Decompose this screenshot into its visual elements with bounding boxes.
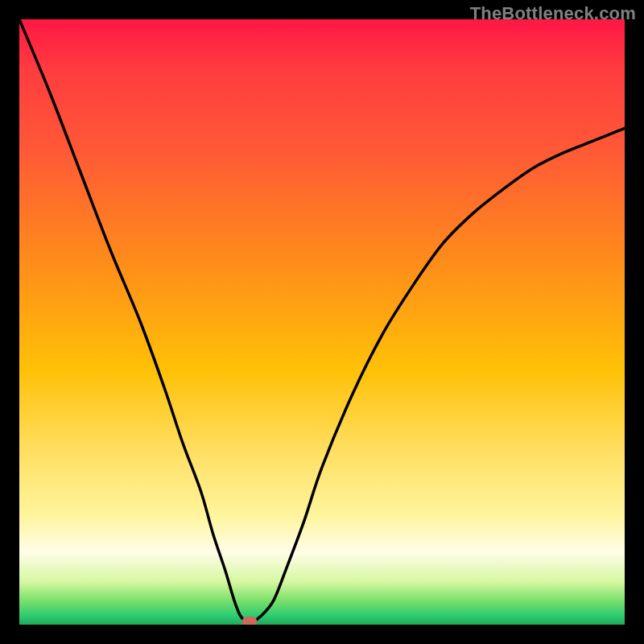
watermark-text: TheBottleneck.com [470, 3, 636, 24]
current-point-marker [242, 617, 257, 625]
plot-area [19, 19, 625, 625]
bottleneck-curve [19, 19, 625, 625]
chart-frame: TheBottleneck.com [0, 0, 644, 644]
